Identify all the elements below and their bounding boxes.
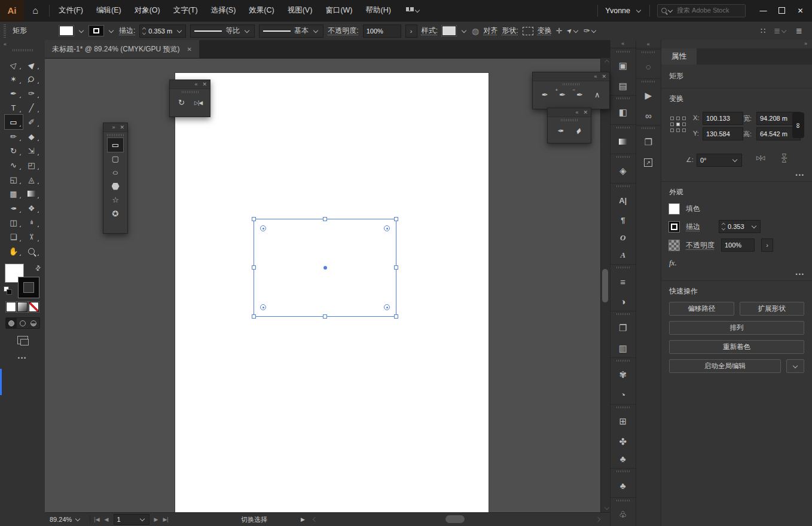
document-tab[interactable]: 未标题-1* @ 89.24% (CMYK/GPU 预览) ✕ <box>45 40 199 58</box>
slice-tool[interactable]: ✂ <box>23 230 41 244</box>
variables-panel-icon[interactable]: ▥ <box>610 340 636 357</box>
stroke-panel-icon[interactable]: ≡ <box>610 264 636 293</box>
chevron-down-icon[interactable] <box>177 27 182 32</box>
stepper-arrows-icon[interactable] <box>142 27 146 35</box>
selection-handle[interactable] <box>252 265 256 270</box>
menu-effect[interactable]: 效果(C) <box>242 0 280 21</box>
color-guide-panel-icon[interactable]: ◔ <box>610 386 636 403</box>
default-fill-stroke-icon[interactable] <box>4 287 11 294</box>
brushes-panel-icon[interactable]: ✤ <box>610 433 636 450</box>
eraser-tool[interactable]: ◆ <box>23 129 41 143</box>
delete-anchor-point-tool[interactable]: − ✒ <box>572 88 588 102</box>
constrain-proportions-button[interactable]: ∞ <box>792 112 804 138</box>
blend-tool[interactable]: ❖ <box>23 201 41 215</box>
shape-label[interactable]: 形状: <box>502 26 518 36</box>
menu-edit[interactable]: 编辑(E) <box>90 0 128 21</box>
workspace-switcher[interactable] <box>406 7 421 14</box>
menu-object[interactable]: 对象(O) <box>128 0 167 21</box>
selection-handle[interactable] <box>394 314 398 319</box>
collapse-panel-icon[interactable]: « <box>594 74 597 79</box>
star-tool[interactable]: ☆ <box>108 193 123 207</box>
opacity-field[interactable]: 100% <box>721 238 755 252</box>
column-graph-tool[interactable]: ılı <box>23 215 41 230</box>
selection-handle[interactable] <box>394 265 398 270</box>
corner-radius-widget[interactable] <box>260 225 266 231</box>
close-icon[interactable]: ✕ <box>120 124 124 130</box>
select-similar-button[interactable]: ➤ <box>567 27 579 35</box>
transform-panel-icon[interactable]: ▣ <box>610 48 636 77</box>
recolor-button[interactable]: 重新着色 <box>669 340 804 354</box>
reference-point-grid[interactable] <box>670 117 686 133</box>
corner-radius-widget[interactable] <box>384 225 390 231</box>
stroke-color-swatch[interactable] <box>89 26 103 36</box>
first-artboard-button[interactable]: |◀ <box>94 516 99 522</box>
artboard-number-select[interactable]: 1 <box>114 514 149 525</box>
selection-handle[interactable] <box>323 314 327 319</box>
screen-mode-button[interactable] <box>17 336 28 344</box>
menu-window[interactable]: 窗口(W) <box>319 0 359 21</box>
stroke-weight-value[interactable]: 0.353 m <box>148 27 173 35</box>
stepper-arrows-icon[interactable] <box>722 223 725 230</box>
scale-tool[interactable]: ⇲ <box>23 143 41 158</box>
type-tool[interactable]: T <box>5 100 23 115</box>
recolor-variants-button[interactable]: ✑ <box>584 26 597 35</box>
stroke-label[interactable]: 描边 <box>686 222 704 232</box>
stroke-weight-stepper[interactable]: 0.353 m <box>139 25 186 38</box>
brush-definition-select[interactable]: 基本 <box>259 25 323 38</box>
opacity-label[interactable]: 不透明度 <box>686 240 715 250</box>
opacity-swatch[interactable] <box>669 240 679 250</box>
panel-grip[interactable] <box>107 134 124 136</box>
selection-handle[interactable] <box>252 314 256 319</box>
selection-handle[interactable] <box>394 217 398 221</box>
collapse-dock-icon[interactable]: « <box>621 41 624 47</box>
fill-color-swatch[interactable] <box>59 26 74 36</box>
y-field[interactable]: 130.584 <box>703 127 743 140</box>
fx-button[interactable]: fx. <box>669 258 677 268</box>
graphic-styles-panel-icon[interactable]: ♧ <box>610 497 636 526</box>
libraries-panel-icon[interactable]: ♣ <box>610 468 636 497</box>
more-options-icon[interactable]: ••• <box>796 271 805 277</box>
swatches-panel-icon[interactable]: ⊞ <box>610 404 636 433</box>
none-button[interactable] <box>29 302 38 311</box>
scrollbar-thumb[interactable] <box>602 269 608 302</box>
panel-grip[interactable] <box>182 91 199 93</box>
free-transform-tool[interactable]: ◰ <box>23 158 41 172</box>
zoom-level-select[interactable]: 89.24% <box>45 516 86 523</box>
opacity-field[interactable]: 100% <box>363 25 401 38</box>
rotate-tool[interactable]: ↻ <box>173 96 189 109</box>
corner-radius-widget[interactable] <box>384 304 390 310</box>
collapse-toolbar-icon[interactable]: « <box>4 41 7 47</box>
menu-file[interactable]: 文件(F) <box>52 0 90 21</box>
selection-tool[interactable]: ▶ <box>23 57 41 72</box>
panel-grip[interactable] <box>561 119 578 121</box>
start-global-edit-button[interactable]: 启动全局编辑 <box>669 359 781 373</box>
character-panel-icon[interactable]: A| <box>610 183 636 212</box>
opacity-options-button[interactable]: › <box>405 25 417 38</box>
search-input[interactable]: 搜索 Adobe Stock <box>657 4 746 17</box>
draw-behind-button[interactable] <box>17 318 28 328</box>
panel-grip[interactable] <box>563 83 579 85</box>
reflect-tool[interactable]: ▷¦◀ <box>191 96 206 109</box>
close-icon[interactable]: ✕ <box>602 74 606 79</box>
toolbar-grip[interactable] <box>13 49 33 51</box>
align-panel-icon[interactable]: ▤ <box>610 77 636 94</box>
ellipse-tool[interactable]: ○ <box>108 166 123 179</box>
rectangle-tool[interactable]: ▭ <box>108 138 123 152</box>
transform-link[interactable]: 变换 <box>538 26 552 36</box>
gradient-panel-icon[interactable] <box>610 124 636 153</box>
user-account-button[interactable]: Yvonne <box>605 7 630 15</box>
rotation-select[interactable]: 0° <box>697 154 742 167</box>
zoom-tool[interactable] <box>23 244 41 258</box>
recolor-artwork-icon[interactable]: ◍ <box>472 26 479 36</box>
more-options-icon[interactable]: ••• <box>796 172 805 178</box>
magic-wand-tool[interactable]: ✶ <box>5 72 23 86</box>
style-swatch[interactable] <box>442 26 456 36</box>
pen-tool[interactable]: ✒ <box>5 86 23 100</box>
paragraph-panel-icon[interactable]: ¶ <box>610 212 636 229</box>
menu-type[interactable]: 文字(T) <box>167 0 204 21</box>
horizontal-scrollbar-thumb[interactable] <box>445 515 465 523</box>
color-panel-icon[interactable]: ✾ <box>610 357 636 386</box>
collapse-panel-icon[interactable]: « <box>575 109 578 115</box>
width-tool[interactable]: ∿ <box>5 158 23 172</box>
direct-selection-tool[interactable]: ▷ <box>5 57 23 72</box>
